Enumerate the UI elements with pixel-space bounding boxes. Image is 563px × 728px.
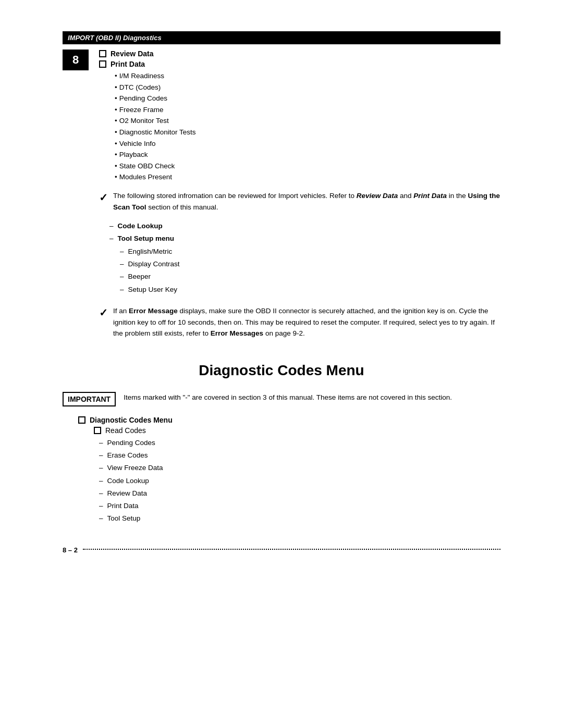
subitem-text: Print Data [107, 500, 139, 512]
subitem-text: Erase Codes [107, 449, 148, 462]
top-section: IMPORT (OBD II) Diagnostics 8 Review Dat… [63, 31, 500, 347]
diagnostic-dash-subitems: – Pending Codes – Erase Codes – View Fre… [99, 437, 500, 525]
list-item: – English/Metric [120, 245, 500, 258]
list-item: – View Freeze Data [99, 462, 500, 474]
code-lookup-label: Code Lookup [118, 220, 163, 232]
chapter-block: 8 [63, 50, 89, 70]
list-item: – Print Data [99, 500, 500, 512]
subitem-text: View Freeze Data [107, 462, 163, 474]
checkmark-icon: ✓ [99, 189, 108, 206]
code-lookup-item: – Code Lookup [109, 220, 500, 232]
subitem-text: Display Contrast [128, 258, 180, 270]
tool-setup-item: – Tool Setup menu [109, 232, 500, 245]
list-item: – Pending Codes [99, 437, 500, 449]
review-data-label: Review Data [111, 50, 153, 58]
read-codes-item: Read Codes [94, 426, 500, 435]
read-codes-checkbox[interactable] [94, 427, 101, 434]
list-item: – Setup User Key [120, 283, 500, 296]
list-item: DTC (Codes) [115, 82, 500, 93]
dash-symbol: – [109, 220, 114, 232]
important-label: IMPORTANT [63, 392, 116, 406]
diagnostic-codes-menu-item: Diagnostic Codes Menu [78, 416, 500, 424]
note-block-1: ✓ The following stored infromation can b… [99, 190, 500, 213]
list-item: – Code Lookup [99, 475, 500, 487]
tool-setup-subitems: – English/Metric – Display Contrast – Be… [120, 245, 500, 296]
dash-symbol: – [99, 437, 103, 449]
dash-symbol: – [99, 449, 103, 462]
list-item: – Review Data [99, 487, 500, 500]
list-item: Diagnostic Monitor Tests [115, 127, 500, 138]
list-item: – Beeper [120, 270, 500, 283]
important-text: Items marked with "-" are covered in sec… [124, 392, 452, 403]
print-data-subitems: I/M Readiness DTC (Codes) Pending Codes … [115, 70, 500, 183]
list-item: Pending Codes [115, 93, 500, 104]
diagnostic-section: IMPORTANT Items marked with "-" are cove… [63, 392, 500, 525]
dash-symbol: – [99, 475, 103, 487]
diagnostic-codes-menu-label: Diagnostic Codes Menu [90, 416, 173, 424]
list-item: – Erase Codes [99, 449, 500, 462]
header-bar-text: IMPORT (OBD II) Diagnostics [68, 34, 162, 42]
list-item: State OBD Check [115, 161, 500, 172]
code-lookup-section: – Code Lookup – Tool Setup menu [109, 220, 500, 245]
note-block-2: ✓ If an Error Message displays, make sur… [99, 305, 500, 339]
subitem-text: English/Metric [128, 245, 173, 258]
note-text-2: If an Error Message displays, make sure … [113, 305, 500, 339]
page: IMPORT (OBD II) Diagnostics 8 Review Dat… [0, 0, 563, 728]
dash-symbol: – [99, 487, 103, 500]
dash-symbol: – [109, 232, 114, 245]
diagnostic-codes-title: Diagnostic Codes Menu [63, 362, 500, 379]
dash-symbol: – [120, 258, 124, 270]
subitem-text: Tool Setup [107, 512, 141, 525]
dash-symbol: – [120, 245, 124, 258]
subitem-text: Setup User Key [128, 283, 178, 296]
footer-dots [83, 549, 500, 550]
list-item: Modules Present [115, 171, 500, 183]
review-data-checkbox[interactable] [99, 50, 106, 57]
list-item: Freeze Frame [115, 104, 500, 116]
important-block: IMPORTANT Items marked with "-" are cove… [63, 392, 500, 406]
subitem-text: Review Data [107, 487, 148, 500]
section-header-bar: IMPORT (OBD II) Diagnostics [63, 31, 500, 44]
dash-symbol: – [99, 512, 103, 525]
dash-symbol: – [99, 462, 103, 474]
dash-symbol: – [99, 500, 103, 512]
checkmark-icon: ✓ [99, 304, 108, 321]
list-item: – Tool Setup [99, 512, 500, 525]
chapter-number: 8 [72, 53, 79, 67]
read-codes-label: Read Codes [105, 426, 146, 435]
print-data-item: Print Data [99, 60, 500, 68]
tool-setup-label: Tool Setup menu [118, 232, 175, 245]
dash-symbol: – [120, 283, 124, 296]
subitem-text: Beeper [128, 270, 151, 283]
note-text-1: The following stored infromation can be … [113, 190, 500, 213]
subitem-text: Pending Codes [107, 437, 155, 449]
review-data-item: Review Data [99, 50, 500, 58]
subitem-text: Code Lookup [107, 475, 149, 487]
print-data-checkbox[interactable] [99, 60, 106, 68]
print-data-label: Print Data [111, 60, 145, 68]
list-item: Playback [115, 149, 500, 161]
list-item: – Display Contrast [120, 258, 500, 270]
footer: 8 – 2 [63, 546, 500, 554]
dash-symbol: – [120, 270, 124, 283]
list-item: O2 Monitor Test [115, 115, 500, 127]
list-item: Vehicle Info [115, 138, 500, 150]
footer-page: 8 – 2 [63, 546, 78, 554]
diagnostic-codes-checkbox[interactable] [78, 416, 85, 424]
list-item: I/M Readiness [115, 70, 500, 82]
